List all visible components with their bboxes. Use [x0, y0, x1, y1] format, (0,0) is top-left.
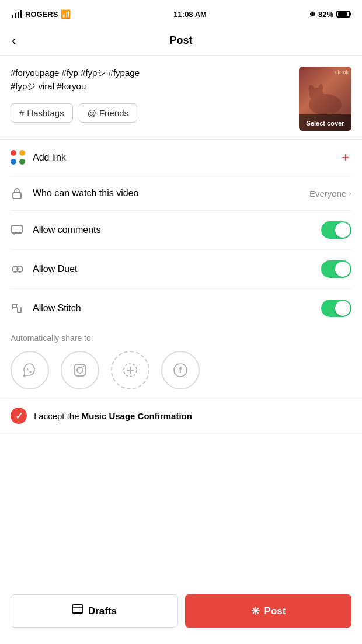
- friends-label: Friends: [99, 108, 128, 118]
- stitch-icon: [11, 302, 33, 315]
- svg-point-10: [77, 367, 83, 373]
- status-right: ⊕ 82%: [309, 10, 350, 19]
- share-icons-row: f: [11, 351, 351, 389]
- allow-stitch-toggle[interactable]: [321, 300, 351, 317]
- music-acceptance-text: I accept the Music Usage Confirmation: [34, 411, 192, 421]
- wifi-icon: 📶: [61, 9, 71, 19]
- everyone-text: Everyone: [309, 189, 346, 199]
- checkmark-icon: ✓: [15, 410, 23, 422]
- post-button[interactable]: ✳ Post: [185, 594, 351, 628]
- status-left: ROGERS 📶: [12, 9, 71, 19]
- post-label: Post: [264, 605, 286, 617]
- back-button[interactable]: ‹: [12, 33, 16, 48]
- dot-blue: [11, 159, 16, 165]
- who-can-watch-label: Who can watch this video: [33, 188, 309, 199]
- allow-duet-row: Allow Duet: [11, 250, 351, 289]
- drafts-button[interactable]: Drafts: [11, 594, 178, 628]
- add-link-label: Add link: [33, 152, 339, 163]
- allow-comments-row: Allow comments: [11, 211, 351, 250]
- share-section: Automatically share to:: [0, 328, 362, 398]
- select-cover-overlay[interactable]: Select cover: [299, 114, 351, 131]
- at-icon: @: [88, 108, 96, 118]
- dot-yellow: [19, 150, 25, 156]
- toggle-knob: [335, 222, 350, 238]
- hashtags-button[interactable]: # Hashtags: [11, 103, 73, 123]
- share-label: Automatically share to:: [11, 333, 351, 343]
- select-cover-label: Select cover: [307, 120, 344, 127]
- music-acceptance-checkbox[interactable]: ✓: [11, 408, 27, 424]
- svg-rect-17: [72, 605, 83, 613]
- settings-section: Add link + Who can watch this video Ever…: [0, 140, 362, 328]
- status-time: 11:08 AM: [173, 10, 207, 19]
- instagram-share-button[interactable]: [61, 351, 99, 389]
- status-bar: ROGERS 📶 11:08 AM ⊕ 82%: [0, 0, 362, 26]
- add-link-row[interactable]: Add link +: [11, 140, 351, 176]
- battery-percent: 82%: [318, 10, 333, 19]
- hashtags-label: Hashtags: [27, 108, 64, 118]
- toggle-knob-stitch: [335, 301, 350, 316]
- colorful-dots-icon: [11, 150, 26, 165]
- caption-section: #foryoupage #fyp #fypシ #fypage#fypジ vira…: [0, 56, 362, 140]
- caption-text-area: #foryoupage #fyp #fypシ #fypage#fypジ vira…: [11, 67, 291, 131]
- who-can-watch-value: Everyone ›: [309, 189, 351, 199]
- header: ‹ Post: [0, 26, 362, 56]
- dot-red: [11, 150, 16, 156]
- thumbnail-image: [299, 72, 351, 119]
- svg-rect-5: [12, 225, 22, 233]
- music-prefix: I accept the: [34, 411, 82, 421]
- bottom-bar: Drafts ✳ Post: [0, 586, 362, 644]
- battery-icon: [336, 11, 350, 18]
- facebook-share-button[interactable]: f: [161, 351, 200, 389]
- post-icon: ✳: [251, 605, 260, 618]
- lock-icon: [11, 187, 33, 200]
- duet-icon: [11, 263, 33, 276]
- svg-rect-9: [74, 364, 86, 376]
- caption-buttons: # Hashtags @ Friends: [11, 103, 291, 123]
- allow-comments-toggle[interactable]: [321, 221, 351, 239]
- page-title: Post: [169, 34, 192, 47]
- svg-rect-4: [13, 193, 21, 199]
- dot-green: [19, 159, 25, 165]
- allow-duet-toggle[interactable]: [321, 260, 351, 278]
- location-icon: ⊕: [309, 10, 315, 18]
- music-bold: Music Usage Confirmation: [82, 411, 192, 421]
- who-can-watch-row[interactable]: Who can watch this video Everyone ›: [11, 176, 351, 211]
- chevron-icon: ›: [349, 189, 351, 198]
- signal-icon: [12, 11, 22, 18]
- whatsapp-share-button[interactable]: [11, 351, 49, 389]
- comment-icon: [11, 224, 33, 236]
- allow-comments-label: Allow comments: [33, 225, 321, 235]
- allow-stitch-label: Allow Stitch: [33, 303, 321, 314]
- allow-duet-label: Allow Duet: [33, 264, 321, 274]
- allow-stitch-row: Allow Stitch: [11, 289, 351, 328]
- video-thumbnail[interactable]: TikTok Select cover: [299, 67, 351, 131]
- add-link-button[interactable]: +: [339, 151, 351, 164]
- drafts-label: Drafts: [88, 605, 117, 617]
- friends-button[interactable]: @ Friends: [79, 103, 137, 123]
- caption-text[interactable]: #foryoupage #fyp #fypシ #fypage#fypジ vira…: [11, 67, 291, 93]
- hashtag-icon: #: [19, 108, 24, 118]
- toggle-knob-duet: [335, 262, 350, 277]
- svg-text:f: f: [179, 365, 182, 375]
- drafts-icon: [72, 604, 83, 618]
- carrier-label: ROGERS: [25, 10, 58, 19]
- svg-point-11: [83, 366, 84, 367]
- tiktok-add-share-button[interactable]: [111, 351, 149, 389]
- music-acceptance-row: ✓ I accept the Music Usage Confirmation: [0, 398, 362, 434]
